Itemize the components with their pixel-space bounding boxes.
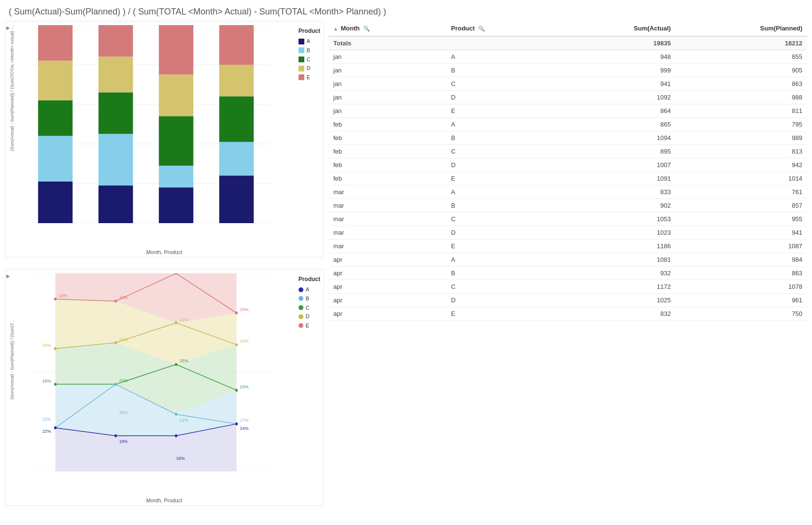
cell-product: C xyxy=(446,280,557,294)
table-row: jan D 1092 988 xyxy=(328,91,807,104)
svg-rect-18 xyxy=(99,25,133,57)
svg-rect-12 xyxy=(38,25,72,61)
svg-text:18%: 18% xyxy=(43,379,51,383)
line-chart-svg: 100% 50% 0% xyxy=(29,273,271,471)
cell-month: feb xyxy=(328,158,446,172)
cell-actual: 1091 xyxy=(557,172,676,185)
cell-planned: 984 xyxy=(676,253,807,267)
cell-planned: 855 xyxy=(676,50,807,64)
page-title: ( Sum(Actual)-Sum(Planned) ) / ( Sum(TOT… xyxy=(0,0,812,21)
bar-chart-container: ▶ (Sum(Actual) - Sum(Planned)) / (Sum(TO… xyxy=(5,21,324,257)
table-row: feb A 865 795 xyxy=(328,118,807,131)
cell-actual: 1172 xyxy=(557,280,676,294)
cell-product: C xyxy=(446,77,557,91)
cell-planned: 761 xyxy=(676,185,807,199)
line-chart-x-label: Month, Product xyxy=(146,497,183,503)
cell-product: A xyxy=(446,118,557,131)
table-row: mar E 1186 1087 xyxy=(328,240,807,253)
svg-point-73 xyxy=(235,389,238,392)
cell-actual: 864 xyxy=(557,104,676,118)
svg-rect-13 xyxy=(38,61,72,100)
cell-planned: 795 xyxy=(676,118,807,131)
table-row: feb B 1094 989 xyxy=(328,131,807,145)
cell-planned: 961 xyxy=(676,294,807,307)
cell-actual: 902 xyxy=(557,199,676,213)
cell-planned: 811 xyxy=(676,104,807,118)
table-row: mar C 1053 955 xyxy=(328,213,807,226)
line-chart-container: ▶ (Sum(Actual) - Sum(Planned)) / (Sum(T.… xyxy=(5,269,324,506)
cell-actual: 932 xyxy=(557,267,676,280)
table-row: jan B 999 905 xyxy=(328,64,807,77)
svg-rect-20 xyxy=(99,92,133,134)
cell-product: C xyxy=(446,145,557,158)
svg-rect-14 xyxy=(38,100,72,136)
svg-rect-28 xyxy=(159,187,193,223)
cell-actual: 999 xyxy=(557,64,676,77)
cell-planned: 905 xyxy=(676,64,807,77)
cell-actual: 1053 xyxy=(557,213,676,226)
cell-planned: 942 xyxy=(676,158,807,172)
svg-rect-32 xyxy=(219,97,254,142)
cell-month: apr xyxy=(328,280,446,294)
cell-month: feb xyxy=(328,118,446,131)
svg-point-67 xyxy=(54,383,57,386)
cell-actual: 895 xyxy=(557,145,676,158)
cell-actual: 832 xyxy=(557,307,676,321)
svg-text:21%: 21% xyxy=(119,337,128,341)
svg-point-79 xyxy=(175,413,177,416)
cell-product: A xyxy=(446,253,557,267)
search-icon-month[interactable]: 🔍 xyxy=(363,26,370,32)
svg-text:21%: 21% xyxy=(119,378,128,383)
svg-text:25%: 25% xyxy=(43,343,51,348)
svg-rect-25 xyxy=(159,75,193,116)
svg-rect-16 xyxy=(38,182,72,223)
table-row: mar B 902 857 xyxy=(328,199,807,213)
cell-month: feb xyxy=(328,145,446,158)
cell-month: mar xyxy=(328,199,446,213)
svg-text:18%: 18% xyxy=(119,439,128,444)
cell-product: A xyxy=(446,50,557,64)
svg-text:16%: 16% xyxy=(119,295,128,299)
svg-rect-30 xyxy=(219,25,254,65)
cell-product: D xyxy=(446,91,557,104)
sort-icon-month: ▲ xyxy=(333,26,338,31)
cell-actual: 1007 xyxy=(557,158,676,172)
svg-point-77 xyxy=(114,383,117,386)
cell-actual: 1025 xyxy=(557,294,676,307)
cell-actual: 1186 xyxy=(557,240,676,253)
svg-rect-34 xyxy=(219,176,254,223)
cell-month: apr xyxy=(328,294,446,307)
table-row: jan C 941 863 xyxy=(328,77,807,91)
svg-rect-24 xyxy=(159,25,193,75)
cell-planned: 750 xyxy=(676,307,807,321)
svg-text:26%: 26% xyxy=(119,410,128,415)
table-row: mar A 833 761 xyxy=(328,185,807,199)
cell-product: A xyxy=(446,185,557,199)
table-row: mar D 1023 941 xyxy=(328,226,807,240)
charts-panel: ▶ (Sum(Actual) - Sum(Planned)) / (Sum(TO… xyxy=(5,21,324,506)
cell-month: mar xyxy=(328,240,446,253)
cell-month: apr xyxy=(328,267,446,280)
cell-actual: 865 xyxy=(557,118,676,131)
line-chart-collapse-btn[interactable]: ▶ xyxy=(6,273,10,279)
totals-actual: 19835 xyxy=(557,36,676,50)
search-icon-product[interactable]: 🔍 xyxy=(478,26,485,32)
cell-product: D xyxy=(446,294,557,307)
cell-planned: 857 xyxy=(676,199,807,213)
svg-rect-21 xyxy=(99,134,133,186)
cell-product: B xyxy=(446,64,557,77)
cell-actual: 948 xyxy=(557,50,676,64)
totals-label: Totals xyxy=(328,36,557,50)
svg-point-59 xyxy=(54,347,57,350)
cell-product: B xyxy=(446,267,557,280)
cell-month: apr xyxy=(328,307,446,321)
col-header-month[interactable]: ▲ Month 🔍 xyxy=(328,21,446,36)
svg-text:20%: 20% xyxy=(240,307,249,312)
bar-chart-y-label: (Sum(Actual) - Sum(Planned)) / (Sum(TOTA… xyxy=(10,127,14,151)
cell-planned: 1014 xyxy=(676,172,807,185)
line-chart-y-label: (Sum(Actual) - Sum(Planned)) / (Sum(T... xyxy=(10,375,14,399)
svg-text:18%: 18% xyxy=(176,455,185,460)
col-header-product[interactable]: Product 🔍 xyxy=(446,21,557,36)
cell-planned: 941 xyxy=(676,226,807,240)
cell-month: jan xyxy=(328,104,446,118)
